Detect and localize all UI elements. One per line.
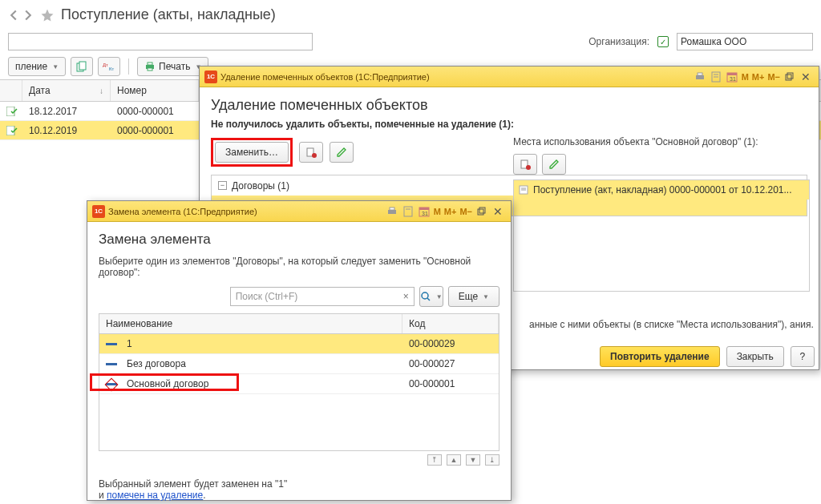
svg-text:Дт: Дт: [103, 62, 108, 67]
svg-rect-10: [698, 73, 702, 75]
page-title: Поступление (акты, накладные): [61, 6, 276, 23]
svg-rect-1: [79, 62, 86, 70]
svg-text:31: 31: [730, 76, 736, 82]
titlebar-memory-m[interactable]: M: [432, 207, 443, 216]
usage-pane-toolbar: [513, 154, 810, 175]
titlebar-memory-mminus[interactable]: M−: [766, 72, 782, 82]
filter-org-input[interactable]: Ромашка ООО: [677, 33, 813, 50]
grid-header-icon: [0, 80, 22, 101]
repeat-delete-button[interactable]: Повторить удаление: [600, 346, 720, 367]
replace-footer-text: Выбранный элемент будет заменен на "1" и…: [99, 478, 499, 501]
nav-first-icon[interactable]: ⤒: [427, 454, 442, 466]
filter-contractor-input[interactable]: [8, 33, 313, 50]
copy-button[interactable]: [71, 57, 93, 76]
grid-cell-number: 0000-000001: [111, 123, 199, 139]
create-button[interactable]: пление▼: [8, 57, 66, 76]
svg-text:31: 31: [422, 211, 428, 216]
filter-org-value: Ромашка ООО: [681, 36, 746, 47]
highlight-marker: [90, 373, 239, 391]
svg-rect-17: [786, 75, 791, 80]
highlight-marker: Заменить…: [211, 138, 293, 167]
edit-doc-button[interactable]: [299, 142, 323, 163]
row-name: Без договора: [127, 358, 186, 369]
svg-rect-18: [787, 73, 793, 79]
delete-dialog-titlebar-text: Удаление помеченных объектов (1С:Предпри…: [220, 72, 430, 82]
search-button[interactable]: ▼: [419, 286, 443, 307]
titlebar-restore-icon[interactable]: [783, 71, 796, 83]
usage-list-item[interactable]: Поступление (акт, накладная) 0000-000001…: [514, 180, 809, 200]
help-button[interactable]: ?: [791, 346, 815, 367]
titlebar-restore-icon[interactable]: [475, 205, 488, 218]
usage-pane-label: Места использования объекта "Основной до…: [513, 136, 810, 147]
replace-dialog-titlebar-text: Замена элемента (1С:Предприятие): [108, 207, 257, 216]
search-clear-icon[interactable]: ×: [403, 291, 409, 302]
page-header: Поступление (акты, накладные): [0, 0, 821, 30]
tree-collapse-icon[interactable]: −: [218, 181, 227, 190]
svg-rect-34: [478, 209, 483, 215]
doc-status-icon: [0, 104, 22, 119]
usage-list-item-label: Поступление (акт, накладная) 0000-000001…: [533, 184, 792, 196]
titlebar-close-icon[interactable]: ✕: [799, 71, 812, 83]
titlebar-memory-mplus[interactable]: M+: [750, 72, 766, 82]
replace-dialog-titlebar[interactable]: 1C Замена элемента (1С:Предприятие) 31 M…: [87, 201, 511, 222]
titlebar-calc-icon[interactable]: [710, 71, 722, 83]
print-button[interactable]: Печать▼: [137, 57, 208, 76]
replace-dialog-instruction: Выберите один из элементов "Договоры", н…: [99, 256, 499, 278]
print-button-label: Печать: [159, 61, 190, 72]
titlebar-calc-icon[interactable]: [402, 205, 415, 218]
replace-dialog-title: Замена элемента: [99, 232, 499, 248]
edit-pencil-button[interactable]: [330, 142, 354, 163]
svg-rect-15: [727, 73, 737, 75]
svg-rect-32: [419, 208, 429, 210]
svg-point-23: [526, 165, 531, 170]
filter-org-label: Организация:: [588, 36, 649, 47]
table-row[interactable]: Без договора 00-000027: [99, 354, 499, 374]
mark-for-delete-link[interactable]: помечен на удаление: [107, 490, 203, 501]
grid-header-date[interactable]: Дата↓: [22, 80, 111, 101]
delete-dialog-footer-text: анные с ними объекты (в списке "Места ис…: [529, 319, 818, 330]
toolbar-separator: [128, 58, 129, 75]
search-placeholder: Поиск (Ctrl+F): [236, 291, 298, 302]
svg-rect-5: [148, 62, 152, 65]
replace-button[interactable]: Заменить…: [215, 142, 289, 163]
delete-dialog-titlebar[interactable]: 1C Удаление помеченных объектов (1С:Пред…: [200, 67, 819, 87]
favorite-star-icon[interactable]: [40, 8, 55, 22]
grid-header-number[interactable]: Номер: [111, 80, 199, 101]
dtkr-button[interactable]: ДтКт: [98, 57, 120, 76]
grid-cell-date: 18.12.2017: [22, 103, 111, 119]
usage-list[interactable]: Поступление (акт, накладная) 0000-000001…: [513, 179, 810, 292]
usage-edit-doc-button[interactable]: [513, 154, 537, 175]
nav-up-icon[interactable]: ▲: [447, 454, 461, 466]
nav-down-icon[interactable]: ▼: [466, 454, 480, 466]
table-nav-icons: ⤒ ▲ ▼ ⤓: [99, 454, 499, 466]
grid-cell-date: 10.12.2019: [22, 123, 111, 139]
titlebar-calendar-icon[interactable]: 31: [726, 71, 738, 83]
svg-rect-9: [696, 75, 704, 79]
table-row[interactable]: 1 00-000029: [99, 334, 499, 354]
svg-rect-35: [479, 208, 485, 213]
titlebar-close-icon[interactable]: ✕: [491, 205, 504, 218]
usage-edit-pencil-button[interactable]: [542, 154, 566, 175]
table-row[interactable]: Основной договор 00-000001: [99, 374, 499, 394]
nav-last-icon[interactable]: ⤓: [485, 454, 499, 466]
row-item-icon: [106, 363, 117, 365]
filter-org-checkbox[interactable]: ✓: [657, 36, 669, 47]
titlebar-memory-m[interactable]: M: [740, 72, 750, 82]
table-header-code[interactable]: Код: [402, 314, 499, 333]
titlebar-print-icon[interactable]: [386, 205, 398, 218]
delete-dialog-subtitle: Не получилось удалить объекты, помеченны…: [211, 119, 807, 130]
search-input[interactable]: Поиск (Ctrl+F) ×: [230, 287, 415, 306]
sort-indicator-icon: ↓: [99, 87, 103, 95]
more-button[interactable]: Еще▼: [448, 286, 499, 307]
nav-back-icon[interactable]: [8, 10, 19, 21]
titlebar-calendar-icon[interactable]: 31: [418, 205, 431, 218]
row-code: 00-000027: [402, 356, 499, 372]
nav-forward-icon[interactable]: [22, 10, 34, 21]
filter-row: Организация: ✓ Ромашка ООО: [0, 30, 821, 54]
titlebar-memory-mplus[interactable]: M+: [443, 207, 459, 216]
close-button[interactable]: Закрыть: [726, 346, 784, 367]
titlebar-memory-mminus[interactable]: M−: [458, 207, 474, 216]
titlebar-print-icon[interactable]: [694, 71, 706, 83]
table-header-name[interactable]: Наименование: [99, 314, 402, 333]
svg-rect-28: [390, 208, 394, 210]
